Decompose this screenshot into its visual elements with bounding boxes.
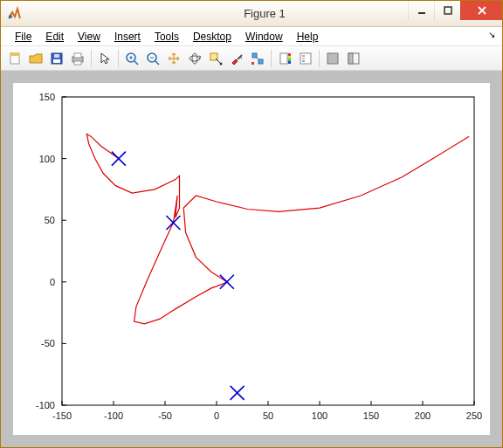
svg-point-0 (9, 15, 12, 18)
svg-point-24 (220, 62, 223, 65)
window-buttons (408, 1, 502, 20)
pointer-icon[interactable] (94, 48, 115, 69)
svg-line-25 (238, 55, 242, 59)
maximize-button[interactable] (434, 1, 460, 20)
svg-line-28 (256, 57, 259, 60)
svg-text:150: 150 (39, 92, 55, 102)
menu-desktop[interactable]: Desktop (188, 29, 237, 45)
svg-text:150: 150 (363, 410, 379, 421)
close-button[interactable] (460, 1, 502, 20)
link-icon[interactable] (247, 48, 268, 69)
menu-file[interactable]: File (10, 29, 37, 45)
rotate3d-icon[interactable] (184, 48, 205, 69)
pan-icon[interactable] (163, 48, 184, 69)
brush-icon[interactable] (226, 48, 247, 69)
svg-text:-100: -100 (104, 410, 123, 421)
figure-window: Figure 1 File Edit View Insert Tools Des… (0, 0, 503, 448)
svg-rect-2 (444, 7, 451, 14)
svg-rect-30 (280, 53, 287, 64)
svg-line-14 (134, 61, 138, 65)
data-cursor-icon[interactable] (205, 48, 226, 69)
titlebar[interactable]: Figure 1 (1, 1, 502, 27)
plot-area[interactable]: -150-100-50050100150200250-100-500501001… (13, 83, 490, 435)
save-icon[interactable] (46, 48, 67, 69)
svg-rect-6 (10, 53, 19, 56)
svg-rect-9 (54, 54, 59, 58)
menubar: File Edit View Insert Tools Desktop Wind… (1, 27, 502, 46)
svg-rect-31 (288, 53, 291, 56)
svg-text:100: 100 (312, 410, 327, 421)
svg-text:-100: -100 (36, 400, 55, 410)
svg-rect-41 (348, 53, 353, 64)
svg-text:50: 50 (45, 215, 55, 225)
svg-rect-32 (288, 56, 291, 59)
zoom-out-icon[interactable] (142, 48, 163, 69)
menu-window[interactable]: Window (240, 29, 288, 45)
matlab-icon (1, 6, 27, 22)
legend-icon[interactable] (295, 48, 316, 69)
menu-view[interactable]: View (72, 29, 106, 45)
open-icon[interactable] (25, 48, 46, 69)
svg-rect-12 (74, 61, 81, 65)
print-icon[interactable] (67, 48, 88, 69)
minimize-button[interactable] (408, 1, 434, 20)
axes[interactable]: -150-100-50050100150200250-100-500501001… (13, 83, 490, 435)
svg-text:200: 200 (415, 410, 431, 421)
svg-point-21 (192, 53, 197, 64)
menu-insert[interactable]: Insert (109, 29, 146, 45)
svg-rect-35 (300, 53, 311, 64)
menu-help[interactable]: Help (292, 29, 324, 45)
svg-text:0: 0 (214, 410, 219, 421)
colorbar-icon[interactable] (274, 48, 295, 69)
svg-text:-50: -50 (158, 410, 172, 421)
svg-point-20 (189, 56, 200, 61)
hide-tools-icon[interactable] (322, 48, 343, 69)
dock-arrow-icon[interactable]: ↘ (488, 30, 495, 39)
toolbar (1, 46, 502, 71)
dock-icon[interactable] (343, 48, 364, 69)
zoom-in-icon[interactable] (121, 48, 142, 69)
svg-rect-42 (62, 97, 474, 405)
svg-line-18 (155, 61, 159, 65)
svg-text:100: 100 (39, 154, 55, 164)
svg-text:250: 250 (466, 410, 482, 421)
svg-text:-150: -150 (52, 410, 72, 421)
new-figure-icon[interactable] (4, 48, 25, 69)
menu-tools[interactable]: Tools (149, 29, 184, 45)
svg-rect-33 (288, 59, 291, 61)
svg-rect-39 (327, 53, 338, 64)
svg-rect-34 (288, 61, 291, 64)
client-area: -150-100-50050100150200250-100-500501001… (1, 71, 502, 447)
menu-edit[interactable]: Edit (40, 29, 69, 45)
svg-text:50: 50 (263, 410, 273, 421)
svg-rect-8 (53, 59, 60, 63)
svg-rect-11 (74, 53, 81, 58)
svg-text:0: 0 (50, 277, 55, 287)
svg-rect-29 (252, 62, 254, 65)
svg-text:-50: -50 (41, 338, 55, 348)
